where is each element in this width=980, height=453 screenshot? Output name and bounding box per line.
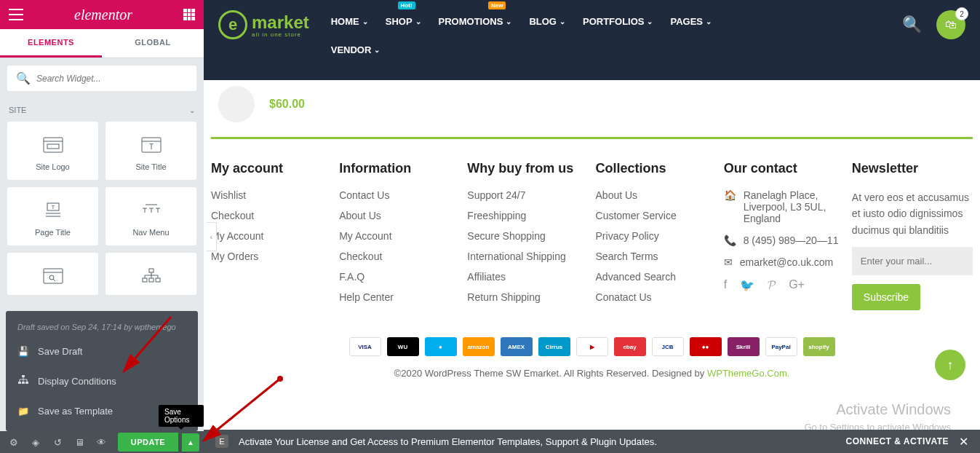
footer-link[interactable]: Privacy Policy [596,230,717,242]
widget-page-title[interactable]: T Page Title [7,187,98,245]
license-notice-bar: E Activate Your License and Get Access t… [204,430,980,453]
display-conditions-item[interactable]: Display Conditions [6,366,198,397]
cart-count-badge: 2 [955,7,968,20]
page-title-icon: T [43,200,63,221]
svg-rect-21 [149,269,154,272]
grid-icon[interactable] [183,9,195,20]
footer-link[interactable]: Advanced Search [596,271,717,283]
footer-link[interactable]: My Orders [211,251,332,262]
footer-link[interactable]: About Us [596,189,717,201]
subscribe-button[interactable]: Subscribe [852,284,920,310]
svg-rect-22 [143,278,147,282]
scroll-top-button[interactable]: ↑ [935,350,965,380]
preview-icon[interactable]: 👁 [92,433,111,452]
site-logo[interactable]: e market all in one store [218,10,309,39]
skrill-icon: Skrill [728,337,760,356]
widget-site-title[interactable]: T Site Title [105,122,196,180]
folder-icon: 📁 [17,406,29,417]
footer-link[interactable]: Support 24/7 [467,189,588,201]
theme-link[interactable]: WPThemeGo.Com. [707,368,789,379]
footer-link[interactable]: Wishlist [211,189,332,201]
footer-link[interactable]: Contact Us [339,189,460,201]
google-plus-icon[interactable]: G+ [789,278,805,292]
widget-site-logo[interactable]: Site Logo [7,122,98,180]
footer-link[interactable]: Conatact Us [596,291,717,303]
search-widget-input[interactable] [36,74,188,84]
save-draft-item[interactable]: 💾 Save Draft [6,337,198,366]
history-icon[interactable]: ↺ [48,433,67,452]
footer-title: Information [339,161,460,176]
search-widget-icon [43,266,63,286]
cart-button[interactable]: 🛍 2 [936,10,965,39]
footer-link[interactable]: About Us [339,210,460,221]
footer-columns: My account Wishlist Checkout My Account … [204,139,980,326]
svg-rect-23 [149,278,154,282]
footer-link[interactable]: My Account [211,230,332,242]
conditions-icon [17,374,29,388]
title-icon: T [141,135,162,155]
preview-canvas: e market all in one store HOME⌄ Hot!SHOP… [204,0,980,453]
nav-portfolios[interactable]: PORTFOLIOS⌄ [583,10,653,33]
menu-icon[interactable] [9,9,23,20]
newsletter-email-input[interactable] [852,247,973,275]
nav-pages[interactable]: PAGES⌄ [670,10,712,33]
svg-text:T: T [148,143,153,151]
svg-line-20 [53,279,55,281]
phone-icon: 📞 [724,235,736,246]
footer-title: Our contact [724,161,845,176]
close-icon[interactable]: ✕ [959,435,968,449]
navigator-icon[interactable]: ◈ [26,433,45,452]
panel-collapse-handle[interactable]: ‹ [207,222,217,251]
product-thumbnail[interactable] [218,86,255,122]
footer-link[interactable]: Search Terms [596,251,717,262]
responsive-icon[interactable]: 🖥 [70,433,89,452]
footer-link[interactable]: Checkout [339,251,460,262]
nav-menu-icon [141,200,162,221]
footer-link[interactable]: Freeshipping [467,210,588,221]
twitter-icon[interactable]: 🐦 [740,278,754,292]
windows-watermark: Activate Windows [836,401,951,418]
footer-link[interactable]: International Shipping [467,251,588,262]
footer-link[interactable]: Return Shipping [467,291,588,303]
widget-nav-menu[interactable]: Nav Menu [105,187,196,245]
nav-blog[interactable]: BLOG⌄ [529,10,565,33]
facebook-icon[interactable]: f [724,278,727,292]
contact-phone: 📞8 (495) 989—20—11 [724,235,845,246]
pinterest-icon[interactable]: 𝓟 [768,278,776,292]
section-site[interactable]: SITE ⌄ [0,98,204,122]
nav-vendor[interactable]: VENDOR⌄ [331,39,902,61]
footer-link[interactable]: My Account [339,230,460,242]
contact-email: ✉emarket@co.uk.com [724,256,845,268]
svg-text:T: T [51,204,55,210]
footer-link[interactable]: Affiliates [467,271,588,283]
amazon-icon: amazon [463,337,495,356]
nav-promotions[interactable]: NewPROMOTIONS⌄ [439,10,512,33]
svg-rect-0 [44,138,63,152]
footer-link[interactable]: Help Center [339,291,460,303]
footer-link[interactable]: Customer Service [596,210,717,221]
update-options-caret[interactable]: ▲ [182,433,199,452]
widget-grid: Site Logo T Site Title T Page Title Nav … [0,122,204,295]
logo-text: market [252,12,309,33]
settings-icon[interactable]: ⚙ [4,433,23,452]
update-button[interactable]: UPDATE [118,433,178,452]
cirrus-icon: Cirrus [538,337,570,356]
nav-home[interactable]: HOME⌄ [331,10,368,33]
footer-link[interactable]: Checkout [211,210,332,221]
elementor-icon: E [215,435,228,448]
footer-link[interactable]: Secure Shopping [467,230,588,242]
connect-activate-button[interactable]: CONNECT & ACTIVATE [846,436,949,446]
tab-global[interactable]: GLOBAL [102,29,204,58]
widget-extra-2[interactable] [105,253,196,295]
footer-link[interactable]: F.A.Q [339,271,460,283]
bag-icon: 🛍 [945,18,957,31]
footer-col-account: My account Wishlist Checkout My Account … [211,161,332,312]
widget-extra-1[interactable] [7,253,98,295]
footer-title: Collections [596,161,717,176]
tab-elements[interactable]: ELEMENTS [0,29,102,58]
brand-logo: elementor [23,7,183,23]
maestro-icon: ●● [690,337,722,356]
nav-shop[interactable]: Hot!SHOP⌄ [386,10,421,33]
nav-search-icon[interactable]: 🔍 [902,15,922,34]
chevron-down-icon: ⌄ [189,106,195,114]
